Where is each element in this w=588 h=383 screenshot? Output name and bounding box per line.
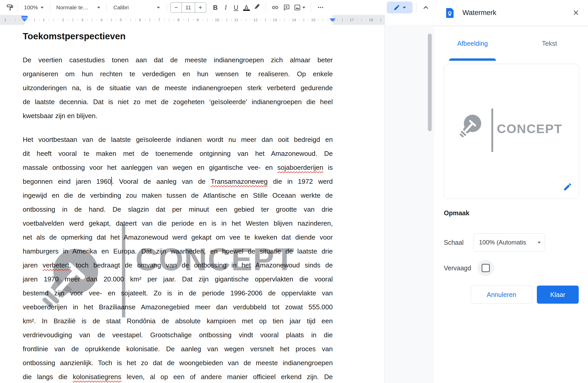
text-line: kwetsbaar zijn en blijven. [23,109,333,123]
insert-link-button[interactable] [269,2,281,13]
toolbar-separator [167,3,167,12]
tab-afbeelding[interactable]: Afbeelding [434,26,511,61]
text-line: voetbalvelden werd gekapt, dateert van d… [23,216,333,230]
text-run: voetbalvelden werd gekapt, dateert van d… [23,219,333,227]
paint-format-icon[interactable] [6,2,14,13]
chevron-down-icon [403,7,406,9]
text-line: hamburgers in Amerika en Europa. Dat zij… [23,244,333,258]
right-indent-marker[interactable] [329,18,336,22]
ruler-tick [222,19,222,20]
faded-checkbox[interactable] [477,260,494,276]
ruler-tick [106,19,107,20]
ruler-tick [145,19,145,20]
ruler: 1123456789101112131415161718 [0,15,385,25]
toolbar-separator [50,3,50,12]
text-line: frontlinie van de oprukkende kolonisatie… [23,342,333,356]
watermark-divider-bar [491,109,493,152]
increase-font-size-button[interactable]: + [195,3,206,12]
ruler-tick [361,18,362,21]
text-run: massale ontbossing voor het aanleggen va… [23,164,277,171]
first-line-indent-marker[interactable] [21,16,28,18]
ruler-tick [299,19,299,20]
scale-value: 100% (Automatis [479,239,535,246]
misspelled-word: verbetert [43,261,69,269]
scale-label: Schaal [444,239,463,246]
text-run: jaren 1970 meer dan 20.000 km² per jaar.… [23,275,333,283]
bold-button[interactable]: B [210,4,221,11]
text-line: De veertien casestudies tonen aan dat de… [23,53,333,67]
editing-mode-button[interactable] [387,2,413,13]
text-run: veeboerderijen in het Braziliaanse Amazo… [23,303,333,311]
text-run: De veertien casestudies tonen aan dat de… [23,56,333,64]
paragraph: Het voortbestaan van de laatste geïsolee… [23,133,333,383]
highlight-button[interactable] [252,3,262,12]
more-options-button[interactable]: ••• [315,2,327,13]
ruler-tick [78,19,78,20]
decrease-font-size-button[interactable]: − [171,3,182,12]
hide-menus-button[interactable] [420,2,431,13]
text-run: dit heeft vooral te maken met de toeneme… [23,150,333,157]
document-page[interactable]: CONCEPT Toekomstperspectieven De veertie… [0,25,384,383]
left-indent-marker[interactable] [21,18,28,22]
tab-label: Afbeelding [457,40,488,47]
text-run: de laatste decennia. Dat is niet zo met … [23,98,333,106]
ruler-tick [111,18,112,21]
add-comment-button[interactable] [281,2,292,13]
document-background [384,25,434,383]
text-line: dit heeft vooral te maken met de toeneme… [23,147,333,160]
ruler-number: 8 [177,15,180,25]
ruler-tick [328,19,328,20]
insert-image-button[interactable] [292,2,307,13]
cancel-button[interactable]: Annuleren [471,286,532,304]
active-tab-indicator [449,58,496,61]
text-run: begonnen eind jaren 1960 [23,178,111,185]
ruler-number: 4 [100,15,103,25]
ruler-tick [154,19,155,20]
ruler-tick [193,19,194,20]
misspelled-word: sojaboerderijen [277,164,323,171]
faded-label: Vervaagd [444,264,471,272]
ruler-number: 3 [81,15,83,25]
ruler-tick [251,19,251,20]
text-run: bestemd zijn voor vee- en sojateelt. Zo … [23,289,333,297]
scale-select[interactable]: 100% (Automatis [474,233,545,251]
ruler-number: 2 [62,15,64,25]
italic-button[interactable]: I [221,4,231,11]
watermark-document-icon [444,7,456,19]
ruler-tick [20,19,20,20]
text-line: veeboerderijen in het Braziliaanse Amazo… [23,300,333,314]
underline-button[interactable]: U [231,4,241,11]
font-size-value[interactable]: 11 [182,3,195,12]
ruler-number: 6 [139,15,141,25]
done-button[interactable]: Klaar [537,286,579,304]
chevron-down-icon [538,242,541,243]
ruler-tick [246,18,246,21]
text-run: ontbossing in de hand. De slagzin dat pe… [23,205,333,213]
font-name-value: Calibri [113,4,129,11]
panel-tabs: AfbeeldingTekst [434,26,588,61]
ruler-left-margin [0,15,25,25]
edit-watermark-button[interactable] [563,182,572,192]
zoom-select[interactable]: 100% [21,2,46,13]
paragraph-style-select[interactable]: Normale te… [54,2,103,13]
font-size-control: − 11 + [171,2,206,13]
text-line: jaren verbetert, toch bedraagt de omvang… [23,258,333,272]
text-run: km². In Brazilië is de staat Rondônia de… [23,317,333,325]
highlighter-icon [253,3,260,10]
font-select[interactable]: Calibri [110,2,163,13]
ruler-tick [347,19,347,20]
tab-tekst[interactable]: Tekst [511,26,588,61]
paragraph: De veertien casestudies tonen aan dat de… [23,53,333,123]
text-run: frontlinie van de oprukkende kolonisatie… [23,345,333,353]
format-section-title: Opmaak [444,209,469,217]
ruler-tick [73,18,73,21]
ruler-tick [116,19,117,20]
link-icon [272,4,279,11]
text-color-button[interactable]: A [241,4,252,11]
vertical-scrollbar[interactable] [428,34,432,131]
text-run: die in 1972 werd [268,178,333,185]
ruler-tick [381,18,381,21]
close-icon[interactable]: ✕ [573,9,579,17]
comment-icon [283,4,290,11]
ruler-number: 5 [120,15,122,25]
